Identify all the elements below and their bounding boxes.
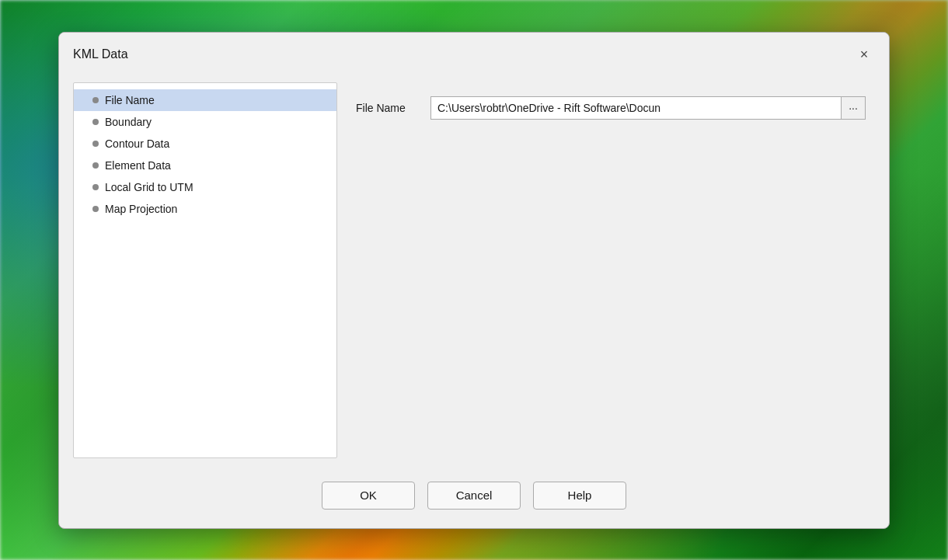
dialog: KML Data × File Name Boundary Contour Da… xyxy=(58,32,890,529)
dialog-title: KML Data xyxy=(73,47,128,61)
file-name-label: File Name xyxy=(356,102,418,114)
sidebar-item-contour-data[interactable]: Contour Data xyxy=(74,133,336,155)
sidebar-item-label: Map Projection xyxy=(105,203,177,215)
sidebar-item-map-projection[interactable]: Map Projection xyxy=(74,198,336,220)
sidebar-item-label: Local Grid to UTM xyxy=(105,181,193,193)
bullet-icon xyxy=(92,184,99,190)
sidebar-item-label: Element Data xyxy=(105,159,171,172)
sidebar-item-label: File Name xyxy=(105,94,155,106)
dialog-titlebar: KML Data × xyxy=(59,33,889,75)
dialog-body: File Name Boundary Contour Data Element … xyxy=(59,75,889,466)
dialog-overlay: KML Data × File Name Boundary Contour Da… xyxy=(0,0,948,560)
close-button[interactable]: × xyxy=(853,43,875,65)
file-name-row: File Name ··· xyxy=(356,96,870,120)
bullet-icon xyxy=(92,97,99,103)
sidebar-item-label: Boundary xyxy=(105,116,152,128)
help-button[interactable]: Help xyxy=(533,482,626,510)
ok-button[interactable]: OK xyxy=(322,482,415,510)
bullet-icon xyxy=(92,141,99,147)
sidebar-item-label: Contour Data xyxy=(105,137,169,150)
sidebar-item-boundary[interactable]: Boundary xyxy=(74,111,336,133)
cancel-button[interactable]: Cancel xyxy=(427,482,521,510)
dialog-footer: OK Cancel Help xyxy=(59,466,889,528)
browse-button[interactable]: ··· xyxy=(841,96,866,120)
file-input-container: ··· xyxy=(430,96,866,120)
bullet-icon xyxy=(92,206,99,212)
file-name-input[interactable] xyxy=(430,96,841,120)
sidebar-item-element-data[interactable]: Element Data xyxy=(74,155,336,176)
sidebar-item-file-name[interactable]: File Name xyxy=(74,89,336,111)
bullet-icon xyxy=(92,162,99,169)
sidebar-item-local-grid-to-utm[interactable]: Local Grid to UTM xyxy=(74,176,336,198)
sidebar: File Name Boundary Contour Data Element … xyxy=(73,82,337,458)
content-area: File Name ··· xyxy=(337,75,889,466)
bullet-icon xyxy=(92,119,99,125)
